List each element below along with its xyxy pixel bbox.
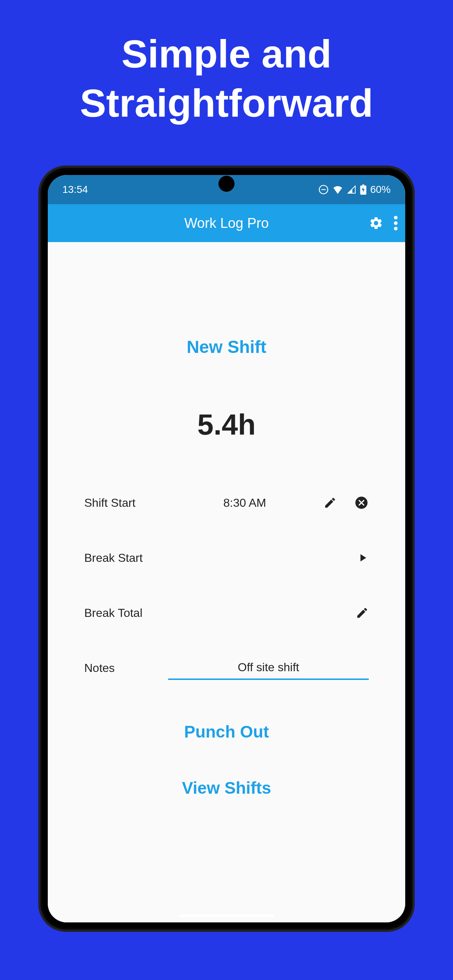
promo-title: Simple and Straightforward [0,0,453,142]
notes-label: Notes [84,661,168,675]
signal-icon [347,185,356,194]
dnd-icon [318,185,329,195]
status-time: 13:54 [62,184,88,196]
gear-icon [369,216,383,231]
settings-button[interactable] [369,216,383,231]
start-break-button[interactable] [356,552,369,564]
notes-input[interactable] [168,656,369,680]
app-bar: Work Log Pro [48,204,405,242]
camera-notch [219,176,234,192]
pencil-icon [324,496,337,509]
cancel-shift-button[interactable] [354,495,369,510]
status-icons: 60% [318,184,391,196]
home-indicator[interactable] [179,915,274,917]
app-content: New Shift 5.4h Shift Start 8:30 AM [48,242,405,923]
notes-row: Notes [84,651,369,686]
section-title: New Shift [187,337,266,357]
break-start-label: Break Start [84,551,168,565]
play-icon [356,552,369,564]
battery-icon [360,185,367,195]
shift-start-label: Shift Start [84,496,168,510]
svg-point-5 [394,221,397,225]
shift-start-value: 8:30 AM [168,496,321,510]
pencil-icon [356,606,369,619]
shift-duration: 5.4h [197,408,256,442]
svg-point-6 [394,227,397,231]
app-title: Work Log Pro [184,215,269,231]
battery-percent: 60% [370,184,391,196]
more-vert-icon [394,216,398,231]
break-total-row: Break Total [84,595,369,630]
more-button[interactable] [394,216,398,231]
break-start-row: Break Start [84,540,369,575]
view-shifts-button[interactable]: View Shifts [182,778,271,798]
svg-point-4 [394,216,397,220]
phone-frame: 13:54 60% Work Log Pro New Shift [40,168,413,930]
wifi-icon [332,185,343,194]
close-circle-icon [354,495,369,510]
break-total-label: Break Total [84,606,168,620]
edit-break-total-button[interactable] [356,606,369,619]
edit-shift-start-button[interactable] [324,496,337,509]
shift-start-row: Shift Start 8:30 AM [84,485,369,520]
phone-screen: 13:54 60% Work Log Pro New Shift [48,175,405,923]
punch-out-button[interactable]: Punch Out [184,722,269,741]
svg-rect-3 [362,185,364,186]
